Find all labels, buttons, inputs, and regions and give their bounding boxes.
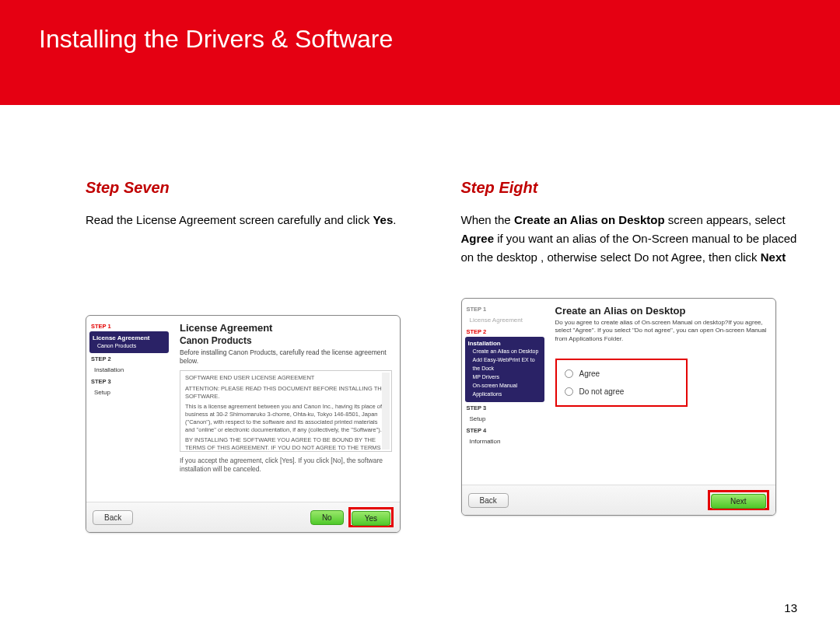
content: Step Seven Read the License Agreement sc… <box>0 105 840 533</box>
back-button[interactable]: Back <box>93 510 133 525</box>
sidebar-information[interactable]: Information <box>465 436 544 447</box>
sidebar-license-agreement[interactable]: License Agreement <box>465 314 544 326</box>
radio-icon <box>565 369 573 378</box>
alias-radio-group: Agree Do not agree <box>555 359 688 407</box>
installer-footer: Back Next <box>462 485 775 515</box>
scrollbar[interactable] <box>382 373 390 450</box>
next-highlight: Next <box>708 490 769 510</box>
step-eight-instruction: When the Create an Alias on Desktop scre… <box>461 211 798 267</box>
step-eight-column: Step Eight When the Create an Alias on D… <box>461 179 798 533</box>
next-button[interactable]: Next <box>711 494 766 509</box>
back-button[interactable]: Back <box>468 493 509 508</box>
license-agreement-screenshot: STEP 1 License Agreement Canon Products … <box>86 315 401 533</box>
step-seven-column: Step Seven Read the License Agreement sc… <box>86 179 422 533</box>
sidebar-setup[interactable]: Setup <box>89 387 169 398</box>
sidebar-license-agreement[interactable]: License Agreement Canon Products <box>89 331 169 353</box>
alias-panel: Create an Alias on Desktop Do you agree … <box>548 299 775 485</box>
radio-icon <box>565 387 573 396</box>
sidebar-setup[interactable]: Setup <box>465 413 544 425</box>
eula-textbox[interactable]: SOFTWARE END USER LICENSE AGREEMENT ATTE… <box>180 370 392 452</box>
sidebar-installation[interactable]: Installation Create an Alias on Desktop … <box>465 337 544 402</box>
page-title: Installing the Drivers & Software <box>39 25 840 54</box>
page-number: 13 <box>784 601 797 614</box>
no-button[interactable]: No <box>310 510 344 525</box>
installer-sidebar: STEP 1 License Agreement Canon Products … <box>86 316 172 502</box>
step-seven-heading: Step Seven <box>86 179 422 197</box>
agree-radio[interactable]: Agree <box>565 365 678 383</box>
sidebar-installation[interactable]: Installation <box>89 364 169 376</box>
license-panel: License Agreement Canon Products Before … <box>172 316 400 502</box>
banner: Installing the Drivers & Software <box>0 0 840 105</box>
installer-sidebar: STEP 1 License Agreement STEP 2 Installa… <box>462 299 548 485</box>
yes-button[interactable]: Yes <box>352 511 390 526</box>
installer-footer: Back No Yes <box>86 502 400 532</box>
yes-highlight: Yes <box>348 507 394 527</box>
do-not-agree-radio[interactable]: Do not agree <box>565 383 678 401</box>
step-eight-heading: Step Eight <box>461 179 798 197</box>
alias-screenshot: STEP 1 License Agreement STEP 2 Installa… <box>461 298 776 516</box>
step-seven-instruction: Read the License Agreement screen carefu… <box>86 211 422 229</box>
